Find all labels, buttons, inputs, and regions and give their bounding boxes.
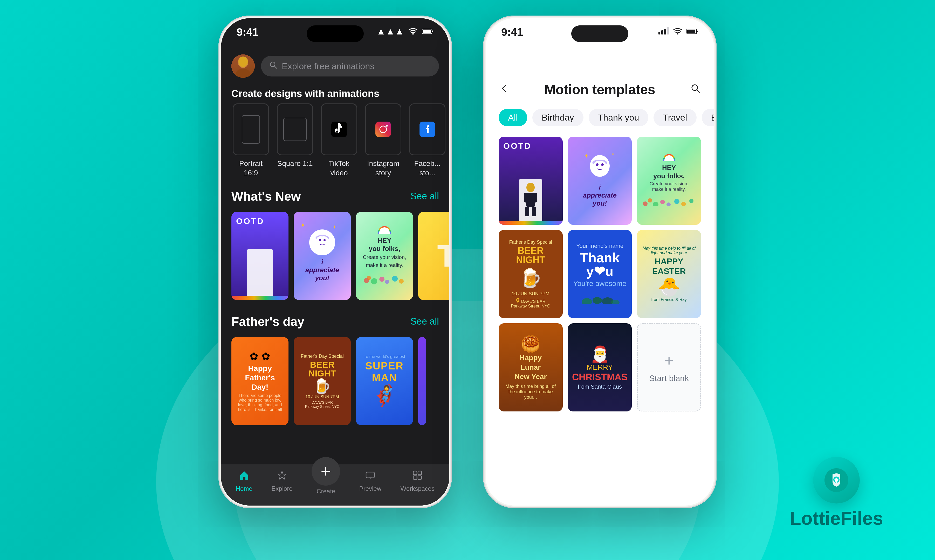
card-ootd[interactable]: OOTD bbox=[231, 212, 289, 300]
svg-point-57 bbox=[674, 199, 679, 204]
phone2-dynamic-island bbox=[571, 25, 628, 42]
phone1-bottom-nav: Home Explore Create bbox=[221, 464, 449, 506]
svg-rect-40 bbox=[687, 29, 695, 33]
tiktok-box bbox=[321, 103, 357, 155]
svg-rect-37 bbox=[667, 27, 669, 34]
search-bar[interactable]: Explore free animations bbox=[261, 56, 439, 77]
fathers-day-header: Father's day See all bbox=[221, 309, 449, 333]
xmas-title: CHRISTMAS bbox=[572, 372, 628, 382]
svg-point-59 bbox=[689, 199, 693, 203]
card-hey[interactable]: HEYyou folks,Create your vision,make it … bbox=[356, 212, 413, 300]
svg-point-16 bbox=[319, 239, 321, 241]
sparkle-1: ✦ bbox=[584, 153, 589, 160]
template-lunar-content: 🥮 HappyLunarNew Year May this time bring… bbox=[498, 329, 563, 405]
fathers-day-see-all[interactable]: See all bbox=[410, 316, 439, 327]
facebook-label: Faceb...sto... bbox=[414, 159, 440, 178]
brand-icon bbox=[813, 457, 860, 503]
svg-rect-45 bbox=[525, 207, 529, 216]
page-title: Motion templates bbox=[544, 82, 655, 97]
easter-sign: from Francis & Ray bbox=[641, 297, 697, 302]
easter-subtitle: May this time help to fill all of light … bbox=[641, 246, 697, 255]
svg-rect-35 bbox=[661, 30, 663, 34]
card-placeholder[interactable]: T bbox=[418, 212, 449, 300]
filter-tags: All Birthday Thank you Travel Ev... bbox=[486, 104, 714, 131]
phone1-signal-icon: ▲▲▲ bbox=[376, 26, 404, 37]
card-appreciate[interactable]: ✦ ✦ bbox=[294, 212, 351, 300]
phone1-inner: 9:41 ▲▲▲ bbox=[221, 18, 449, 506]
phone1-wifi-icon bbox=[408, 26, 418, 37]
hey-text: HEYyou folks,Create your vision,make it … bbox=[361, 237, 408, 269]
svg-point-6 bbox=[236, 69, 250, 78]
template-hey[interactable]: HEYyou folks, Create your vision,make it… bbox=[637, 137, 701, 225]
template-appreciate[interactable]: ✦ ✦ iappreciateyou! bbox=[568, 137, 632, 225]
svg-point-20 bbox=[371, 278, 377, 285]
design-type-facebook[interactable]: Faceb...sto... bbox=[408, 103, 447, 178]
avatar-image bbox=[231, 54, 255, 78]
square-inner bbox=[283, 118, 307, 141]
phone2-battery-icon bbox=[687, 26, 698, 37]
svg-point-60 bbox=[517, 299, 518, 301]
filter-thank-you[interactable]: Thank you bbox=[589, 109, 649, 126]
nav-home[interactable]: Home bbox=[236, 470, 252, 492]
template-blank[interactable]: + Start blank bbox=[637, 323, 701, 411]
design-types-row: Portrait16:9 Square 1:1 bbox=[221, 103, 449, 178]
portrait-box bbox=[233, 103, 269, 155]
hey-decorations bbox=[640, 195, 697, 208]
beer-cup: 🍺 bbox=[509, 267, 552, 289]
back-button[interactable] bbox=[498, 82, 509, 97]
beer-title: BEERNIGHT bbox=[509, 246, 552, 265]
instagram-icon bbox=[372, 118, 395, 141]
beer-venue: DAVE'S BARParkway Street, NYC bbox=[301, 400, 344, 409]
template-ootd[interactable]: OOTD bbox=[498, 137, 563, 225]
ty-title: Thanky❤u bbox=[573, 251, 626, 278]
card-superman[interactable]: To the world's greatest SUPERMAN 🦸 bbox=[356, 337, 413, 425]
avatar[interactable] bbox=[231, 54, 255, 78]
design-type-tiktok[interactable]: TikTokvideo bbox=[319, 103, 358, 178]
filter-events[interactable]: Ev... bbox=[702, 109, 714, 126]
filter-all[interactable]: All bbox=[498, 109, 527, 126]
nav-create[interactable]: Create bbox=[312, 468, 340, 495]
svg-rect-31 bbox=[418, 471, 421, 475]
hey-subtitle: Create your vision,make it a reality. bbox=[640, 181, 697, 192]
nav-explore[interactable]: Explore bbox=[272, 470, 292, 492]
template-beer[interactable]: Father's Day Special BEERNIGHT 🍺 10 JUN … bbox=[498, 230, 563, 318]
svg-rect-48 bbox=[534, 192, 537, 203]
template-thankyou[interactable]: Your friend's name Thanky❤u You're aweso… bbox=[568, 230, 632, 318]
nav-workspaces[interactable]: Workspaces bbox=[401, 470, 435, 492]
create-fab[interactable] bbox=[312, 457, 340, 486]
workspaces-icon bbox=[412, 470, 423, 483]
svg-point-53 bbox=[648, 198, 652, 203]
nav-preview[interactable]: Preview bbox=[359, 470, 381, 492]
design-type-portrait[interactable]: Portrait16:9 bbox=[231, 103, 270, 178]
svg-rect-4 bbox=[423, 29, 431, 33]
ootd-person-img bbox=[519, 179, 542, 221]
create-label: Create bbox=[316, 488, 335, 495]
template-lunar[interactable]: 🥮 HappyLunarNew Year May this time bring… bbox=[498, 323, 563, 411]
svg-point-2 bbox=[412, 33, 414, 34]
svg-rect-36 bbox=[664, 29, 666, 34]
tiktok-label: TikTokvideo bbox=[329, 159, 349, 178]
ootd-person bbox=[247, 249, 273, 296]
motion-templates-navbar: Motion templates bbox=[486, 75, 714, 104]
superman-content: To the world's greatest SUPERMAN 🦸 bbox=[359, 337, 409, 425]
card-fd-beer[interactable]: Father's Day Special BEERNIGHT 🍺 10 JUN … bbox=[294, 337, 351, 425]
template-xmas-content: 🎅 MERRY CHRISTMAS from Santa Claus bbox=[568, 340, 632, 395]
appreciate-text: iappreciateyou! bbox=[305, 258, 339, 282]
preview-icon bbox=[365, 470, 375, 483]
template-christmas[interactable]: 🎅 MERRY CHRISTMAS from Santa Claus bbox=[568, 323, 632, 411]
filter-birthday[interactable]: Birthday bbox=[532, 109, 583, 126]
brand-name: LottieFiles bbox=[790, 508, 883, 529]
filter-travel[interactable]: Travel bbox=[654, 109, 696, 126]
template-easter[interactable]: May this time help to fill all of light … bbox=[637, 230, 701, 318]
plus-icon: + bbox=[664, 352, 673, 369]
svg-rect-11 bbox=[375, 122, 391, 137]
lunar-icon: 🥮 bbox=[504, 335, 557, 353]
template-hey-content: HEYyou folks, Create your vision,make it… bbox=[637, 149, 701, 212]
design-type-instagram[interactable]: Instagramstory bbox=[364, 103, 403, 178]
svg-point-19 bbox=[367, 276, 371, 280]
design-type-square[interactable]: Square 1:1 bbox=[276, 103, 315, 178]
whats-new-see-all[interactable]: See all bbox=[410, 191, 439, 202]
easter-title: HAPPYEASTER bbox=[641, 256, 697, 276]
search-button[interactable] bbox=[690, 82, 701, 97]
card-happy-fd[interactable]: ✿ ✿ HappyFather's Day! There are some pe… bbox=[231, 337, 289, 425]
